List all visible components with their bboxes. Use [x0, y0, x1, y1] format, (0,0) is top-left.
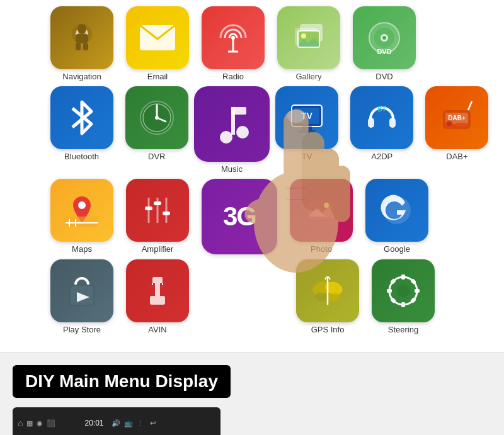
app-radio[interactable]: Radio	[198, 6, 268, 81]
navigation-label: Navigation	[62, 72, 101, 81]
amplifier-icon-el	[126, 179, 189, 242]
diy-section: DIY Main Menu Display ⌂ ▦ ◉ ⬛ 20:01 🔊 📺 …	[0, 352, 504, 435]
app-avin[interactable]: AVIN	[123, 259, 192, 334]
screen-icon-6: ⋮	[137, 419, 144, 427]
steering-icon-el	[372, 259, 435, 322]
svg-rect-43	[455, 123, 467, 127]
svg-point-78	[397, 285, 410, 297]
bluetooth-icon-el	[50, 86, 113, 149]
svg-rect-55	[154, 201, 161, 205]
app-row-1: Navigation Email	[13, 6, 491, 81]
diy-title: DIY Main Menu Display	[13, 365, 231, 398]
app-a2dp[interactable]: BT A2DP	[348, 86, 416, 174]
app-google[interactable]: Google	[362, 179, 432, 254]
playstore-icon-el	[50, 259, 113, 322]
svg-text:DVD: DVD	[377, 48, 391, 55]
svg-rect-34	[298, 130, 316, 133]
screen-icon-1: ▦	[26, 419, 33, 427]
radio-label: Radio	[222, 72, 244, 81]
svg-text:BT: BT	[378, 106, 386, 113]
svg-point-15	[301, 33, 306, 38]
screen-icon-5: 📺	[124, 419, 133, 427]
app-dvr[interactable]: DVR	[122, 86, 191, 174]
svg-rect-66	[155, 283, 160, 296]
music-icon-el	[194, 86, 270, 162]
app-email[interactable]: Email	[123, 6, 192, 81]
svg-rect-81	[387, 289, 392, 293]
app-grid-section: Navigation Email	[0, 0, 504, 352]
dvd-icon-el: DVD	[353, 6, 416, 69]
svg-point-69	[161, 285, 164, 289]
app-bluetooth[interactable]: Bluetooth	[47, 86, 116, 174]
avin-icon-el	[126, 259, 189, 322]
radio-icon-el	[202, 6, 265, 69]
app-amplifier[interactable]: Amplifier	[123, 179, 192, 254]
screen-home-icon: ⌂	[18, 418, 23, 428]
playstore-label: Play Store	[63, 325, 101, 334]
maps-label: Maps	[72, 244, 92, 254]
svg-rect-54	[145, 206, 152, 210]
svg-point-26	[155, 116, 159, 120]
app-steering[interactable]: Steering	[369, 259, 438, 334]
svg-rect-56	[163, 212, 170, 215]
photo-label: Photo	[311, 244, 332, 254]
gallery-icon-el	[277, 6, 340, 69]
app-playstore[interactable]: Play Store	[47, 259, 117, 334]
svg-rect-33	[302, 127, 312, 130]
email-label: Email	[147, 72, 168, 81]
app-tv[interactable]: TV TV	[273, 86, 341, 174]
app-photo[interactable]: Photo	[287, 179, 356, 254]
svg-point-20	[382, 36, 386, 40]
screen-back-icon: ↩	[150, 419, 156, 427]
app-gallery[interactable]: Gallery	[274, 6, 343, 81]
svg-rect-79	[401, 274, 405, 280]
app-row-2: Bluetooth DVR	[13, 86, 491, 174]
svg-rect-65	[152, 277, 163, 283]
a2dp-icon-el: BT	[350, 86, 413, 149]
app-gpsinfo[interactable]: GPS Info	[293, 259, 362, 334]
svg-rect-6	[83, 43, 88, 50]
app-maps[interactable]: Maps	[47, 179, 117, 254]
google-label: Google	[384, 244, 410, 254]
app-row-3: Maps Amplifier 3G	[13, 179, 491, 254]
diy-screen: ⌂ ▦ ◉ ⬛ 20:01 🔊 📺 ⋮ ↩	[13, 407, 220, 435]
svg-point-27	[220, 131, 232, 144]
app-row-4: Play Store AVIN	[13, 259, 491, 334]
svg-rect-37	[389, 118, 396, 128]
maps-icon-el	[50, 179, 113, 242]
a2dp-label: A2DP	[371, 152, 392, 161]
svg-point-3	[77, 24, 86, 34]
app-navigation[interactable]: Navigation	[47, 6, 117, 81]
svg-rect-30	[231, 107, 246, 115]
svg-point-46	[78, 201, 86, 209]
navigation-icon	[50, 6, 113, 69]
avin-label: AVIN	[148, 325, 166, 334]
gallery-label: Gallery	[295, 72, 321, 81]
tv-label: TV	[302, 152, 312, 161]
app-music[interactable]: Music	[197, 86, 266, 174]
svg-rect-4	[76, 34, 88, 43]
screen-time: 20:01	[84, 419, 103, 427]
screen-icon-4: 🔊	[112, 419, 120, 427]
dab-label: DAB+	[446, 152, 467, 161]
svg-rect-47	[66, 217, 98, 227]
screen-icon-3: ⬛	[47, 419, 55, 427]
dab-icon-el: DAB+	[425, 86, 488, 149]
svg-rect-36	[368, 118, 374, 128]
steering-label: Steering	[388, 325, 418, 334]
3g-icon-el: 3G	[202, 179, 277, 254]
email-icon	[126, 6, 189, 69]
dvr-icon-el	[125, 86, 188, 149]
svg-line-44	[468, 101, 472, 110]
svg-rect-5	[76, 43, 81, 50]
tv-icon-el: TV	[275, 86, 338, 149]
svg-point-28	[236, 126, 249, 138]
svg-point-68	[151, 285, 154, 289]
amplifier-label: Amplifier	[142, 244, 174, 254]
bluetooth-label: Bluetooth	[64, 152, 99, 161]
svg-rect-80	[401, 302, 405, 307]
app-dvd[interactable]: DVD DVD	[350, 6, 419, 81]
app-dab[interactable]: DAB+ DAB+	[423, 86, 491, 174]
app-3g[interactable]: 3G	[205, 179, 274, 254]
svg-point-60	[324, 203, 329, 208]
